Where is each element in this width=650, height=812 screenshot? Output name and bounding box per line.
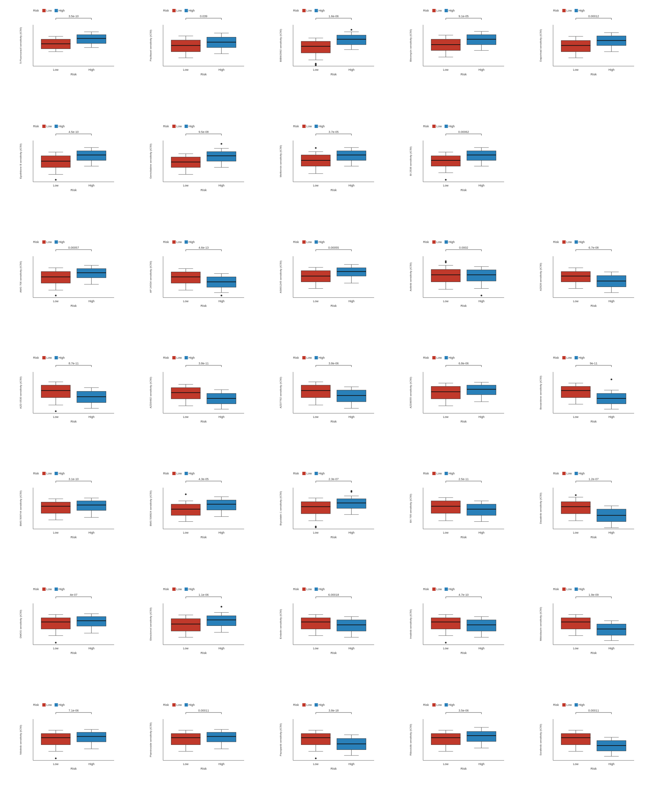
svg-text:4.5e-10: 4.5e-10: [69, 130, 79, 134]
svg-rect-452: [301, 385, 330, 398]
chart-item: 2.3e-07RiskLowHighLowHighRiskBryostatin …: [263, 466, 393, 582]
svg-rect-273: [55, 240, 58, 244]
svg-rect-301: [185, 240, 188, 244]
chart-item: 4e-07RiskLowHighLowHighRiskDMOG sensitiv…: [3, 582, 133, 698]
svg-text:BMS 509744 sensitivity (IC50): BMS 509744 sensitivity (IC50): [19, 490, 22, 526]
svg-rect-79: [315, 9, 318, 12]
svg-text:Risk: Risk: [330, 767, 337, 770]
svg-text:Risk: Risk: [460, 535, 467, 539]
svg-text:Low: Low: [46, 125, 52, 128]
svg-text:Low: Low: [573, 415, 578, 418]
svg-text:High: High: [578, 240, 585, 244]
svg-text:DMOG sensitivity (IC50): DMOG sensitivity (IC50): [19, 610, 22, 638]
svg-text:Low: Low: [573, 531, 578, 534]
svg-rect-319: [337, 268, 366, 276]
svg-rect-161: [55, 125, 58, 128]
svg-text:Axitinib sensitivity (IC50): Axitinib sensitivity (IC50): [409, 263, 412, 291]
svg-rect-829: [55, 703, 58, 707]
svg-rect-647: [561, 502, 590, 514]
svg-text:9.1e-05: 9.1e-05: [459, 15, 469, 18]
svg-text:Low: Low: [573, 68, 578, 72]
svg-rect-131: [562, 9, 566, 12]
svg-text:Risk: Risk: [330, 535, 337, 539]
svg-rect-774: [445, 588, 448, 591]
svg-text:Low: Low: [176, 472, 182, 475]
svg-text:Low: Low: [566, 240, 572, 244]
svg-text:Risk: Risk: [590, 651, 597, 655]
svg-text:High: High: [318, 356, 325, 359]
svg-text:Low: Low: [306, 125, 312, 128]
svg-rect-561: [171, 504, 200, 516]
svg-text:Risk: Risk: [293, 240, 299, 244]
svg-text:High: High: [608, 762, 615, 766]
chart-item: 3.7e-05RiskLowHighLowHighRiskMetformin s…: [263, 119, 393, 235]
chart-item: 1.9e-09RiskLowHighLowHighRiskMidostaurin…: [523, 582, 650, 698]
svg-rect-217: [315, 125, 318, 128]
svg-text:Risk: Risk: [70, 767, 77, 770]
svg-text:Risk: Risk: [70, 420, 77, 423]
svg-rect-719: [185, 588, 188, 591]
svg-text:Risk: Risk: [293, 588, 299, 591]
svg-point-677: [55, 642, 57, 643]
svg-rect-520: [562, 356, 566, 359]
svg-text:Risk: Risk: [293, 703, 299, 707]
svg-text:Low: Low: [313, 299, 318, 303]
svg-rect-568: [207, 500, 236, 510]
svg-rect-744: [302, 588, 306, 591]
svg-text:AZ628 sensitivity (IC50): AZ628 sensitivity (IC50): [539, 263, 542, 291]
svg-text:Low: Low: [176, 125, 182, 128]
svg-text:Risk: Risk: [163, 9, 169, 12]
svg-text:Low: Low: [46, 240, 52, 244]
svg-text:Low: Low: [436, 356, 442, 359]
chart-item: 8.7e-11RiskLowHighLowHighRiskAZD 0530 se…: [3, 351, 133, 466]
svg-text:High: High: [478, 647, 485, 650]
svg-text:Risk: Risk: [33, 356, 39, 359]
svg-text:Risk: Risk: [200, 535, 207, 539]
svg-point-203: [315, 147, 317, 149]
svg-text:High: High: [348, 415, 355, 418]
svg-text:High: High: [58, 472, 65, 475]
svg-text:Low: Low: [566, 472, 572, 475]
svg-text:Risk: Risk: [70, 535, 77, 539]
svg-text:Low: Low: [53, 68, 58, 72]
svg-text:AP 24534 sensitivity (IC50): AP 24534 sensitivity (IC50): [149, 261, 152, 293]
svg-text:Risk: Risk: [293, 9, 299, 12]
svg-text:Risk: Risk: [200, 651, 207, 655]
svg-text:Low: Low: [46, 472, 52, 475]
svg-rect-77: [302, 9, 306, 12]
svg-rect-46: [172, 9, 176, 12]
chart-item: 6.7e-08RiskLowHighLowHighRiskAZ628 sensi…: [523, 235, 650, 351]
svg-text:1.2e-07: 1.2e-07: [589, 478, 599, 481]
svg-text:Risk: Risk: [330, 651, 337, 655]
svg-text:Low: Low: [306, 588, 312, 591]
svg-rect-159: [42, 125, 46, 128]
svg-text:High: High: [318, 472, 325, 475]
svg-rect-765: [467, 620, 496, 631]
svg-text:Low: Low: [46, 703, 52, 707]
svg-text:Low: Low: [443, 299, 448, 303]
chart-item: 3.8e-18RiskLowHighLowHighRiskPazopanib s…: [263, 698, 393, 812]
svg-text:High: High: [318, 703, 325, 707]
svg-rect-438: [172, 356, 176, 359]
chart-item: 9.1e-05RiskLowHighLowHighRiskBleomycin s…: [393, 3, 523, 119]
svg-text:High: High: [188, 9, 195, 12]
svg-rect-746: [315, 588, 318, 591]
svg-rect-772: [432, 588, 436, 591]
svg-text:0.039: 0.039: [200, 15, 207, 18]
svg-text:0.00057: 0.00057: [68, 246, 79, 249]
svg-text:6.8e-06: 6.8e-06: [459, 362, 469, 365]
svg-text:High: High: [318, 240, 325, 244]
svg-rect-597: [337, 499, 366, 508]
svg-text:Risk: Risk: [460, 188, 467, 192]
svg-text:Low: Low: [436, 125, 442, 128]
chart-item: 0.00011RiskLowHighLowHighRiskPlaminoside…: [133, 698, 263, 812]
svg-text:Risk: Risk: [200, 304, 207, 307]
svg-text:High: High: [348, 299, 355, 303]
svg-text:Low: Low: [176, 240, 182, 244]
svg-text:High: High: [478, 299, 485, 303]
svg-rect-608: [315, 472, 318, 475]
svg-text:High: High: [578, 356, 585, 359]
svg-text:Elesclomol sensitivity (IC50): Elesclomol sensitivity (IC50): [149, 607, 152, 640]
svg-rect-675: [41, 618, 70, 629]
svg-text:3.8e-06: 3.8e-06: [329, 362, 339, 365]
